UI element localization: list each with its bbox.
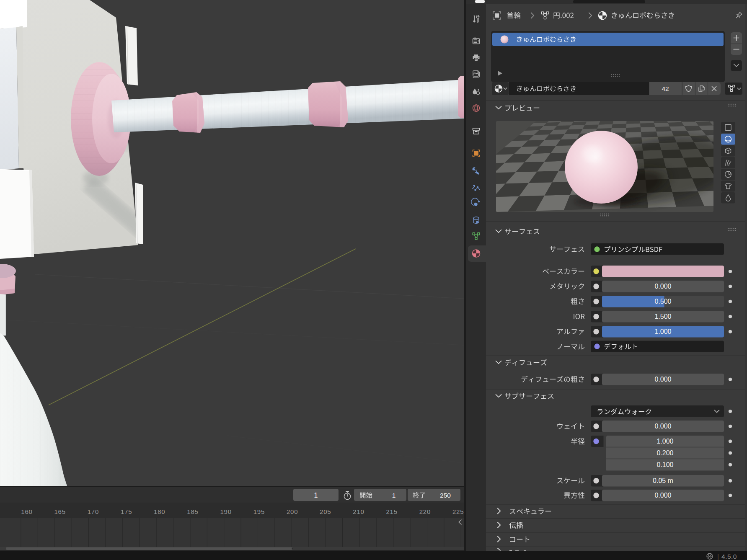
- svg-text:42: 42: [662, 85, 669, 92]
- svg-text:|: |: [717, 553, 719, 560]
- svg-text:225: 225: [452, 508, 464, 515]
- svg-text:0.000: 0.000: [654, 376, 671, 383]
- svg-text:0.500: 0.500: [654, 298, 671, 305]
- svg-text:210: 210: [353, 508, 364, 515]
- svg-text:4.5.0: 4.5.0: [721, 553, 737, 560]
- svg-text:1.000: 1.000: [654, 328, 671, 335]
- svg-text:160: 160: [21, 508, 32, 515]
- svg-text:0.000: 0.000: [654, 492, 671, 499]
- svg-text:205: 205: [320, 508, 331, 515]
- svg-text:1: 1: [314, 492, 318, 499]
- svg-text:170: 170: [88, 508, 99, 515]
- svg-text:215: 215: [386, 508, 397, 515]
- svg-text:200: 200: [287, 508, 298, 515]
- svg-text:250: 250: [440, 492, 451, 499]
- svg-text:190: 190: [220, 508, 231, 515]
- svg-text:165: 165: [54, 508, 65, 515]
- svg-text:195: 195: [253, 508, 265, 515]
- svg-text:180: 180: [154, 508, 165, 515]
- svg-text:1: 1: [392, 492, 396, 499]
- svg-text:1.000: 1.000: [657, 438, 673, 445]
- svg-text:175: 175: [121, 508, 132, 515]
- svg-text:0.000: 0.000: [654, 283, 671, 290]
- svg-text:0.100: 0.100: [657, 461, 673, 468]
- svg-text:0.05 m: 0.05 m: [653, 477, 673, 484]
- svg-text:0.200: 0.200: [657, 449, 673, 457]
- svg-text:1.500: 1.500: [654, 313, 671, 320]
- svg-text:0.000: 0.000: [654, 423, 671, 430]
- svg-text:220: 220: [419, 508, 431, 515]
- svg-text:185: 185: [187, 508, 198, 515]
